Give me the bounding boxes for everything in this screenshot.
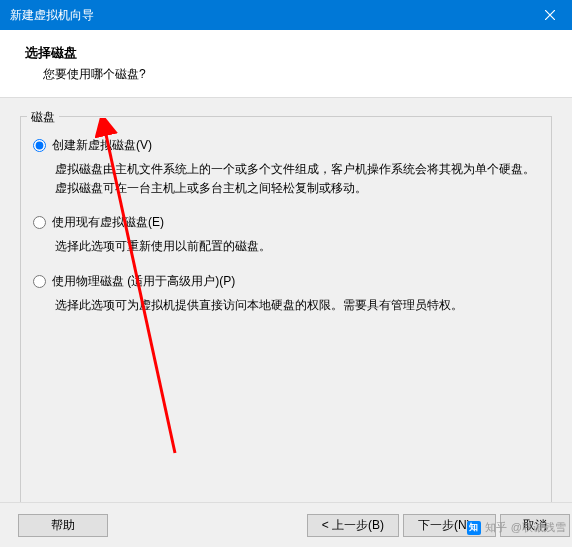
radio-label-use-existing[interactable]: 使用现有虚拟磁盘(E)	[52, 214, 164, 231]
page-title: 选择磁盘	[25, 44, 552, 62]
radio-use-existing[interactable]	[33, 216, 46, 229]
help-button[interactable]: 帮助	[18, 514, 108, 537]
desc-physical: 选择此选项可为虚拟机提供直接访问本地硬盘的权限。需要具有管理员特权。	[33, 296, 539, 315]
close-icon	[545, 10, 555, 20]
zhihu-icon: 知	[467, 521, 481, 535]
radio-physical[interactable]	[33, 275, 46, 288]
desc-create-new: 虚拟磁盘由主机文件系统上的一个或多个文件组成，客户机操作系统会将其视为单个硬盘。…	[33, 160, 539, 198]
option-use-physical-disk: 使用物理磁盘 (适用于高级用户)(P) 选择此选项可为虚拟机提供直接访问本地硬盘…	[33, 273, 539, 315]
wizard-content: 磁盘 创建新虚拟磁盘(V) 虚拟磁盘由主机文件系统上的一个或多个文件组成，客户机…	[0, 98, 572, 513]
back-button[interactable]: < 上一步(B)	[307, 514, 399, 537]
radio-label-create-new[interactable]: 创建新虚拟磁盘(V)	[52, 137, 152, 154]
page-subtitle: 您要使用哪个磁盘?	[25, 66, 552, 83]
wizard-header: 选择磁盘 您要使用哪个磁盘?	[0, 30, 572, 98]
close-button[interactable]	[527, 0, 572, 30]
titlebar: 新建虚拟机向导	[0, 0, 572, 30]
disk-options-group: 创建新虚拟磁盘(V) 虚拟磁盘由主机文件系统上的一个或多个文件组成，客户机操作系…	[33, 137, 539, 315]
watermark-text: @联诚残雪	[511, 520, 566, 535]
radio-label-physical[interactable]: 使用物理磁盘 (适用于高级用户)(P)	[52, 273, 235, 290]
fieldset-legend: 磁盘	[27, 109, 59, 126]
option-use-existing-disk: 使用现有虚拟磁盘(E) 选择此选项可重新使用以前配置的磁盘。	[33, 214, 539, 256]
watermark-logo: 知乎	[485, 520, 507, 535]
disk-fieldset: 磁盘 创建新虚拟磁盘(V) 虚拟磁盘由主机文件系统上的一个或多个文件组成，客户机…	[20, 116, 552, 503]
desc-use-existing: 选择此选项可重新使用以前配置的磁盘。	[33, 237, 539, 256]
watermark: 知 知乎 @联诚残雪	[467, 520, 566, 535]
window-title: 新建虚拟机向导	[10, 7, 94, 24]
radio-create-new[interactable]	[33, 139, 46, 152]
option-create-new-disk: 创建新虚拟磁盘(V) 虚拟磁盘由主机文件系统上的一个或多个文件组成，客户机操作系…	[33, 137, 539, 198]
